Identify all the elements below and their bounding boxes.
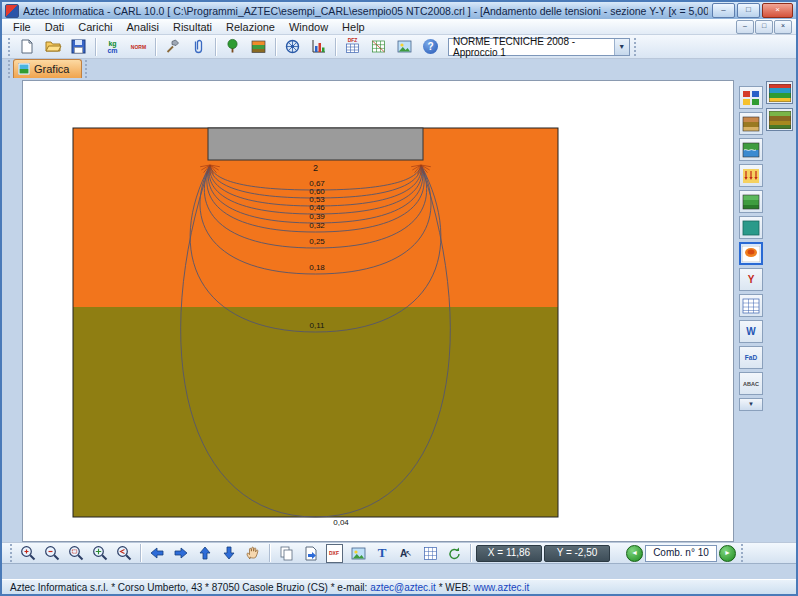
menu-relazione[interactable]: Relazione [219, 21, 282, 33]
new-button[interactable] [14, 35, 39, 58]
minimize-button[interactable]: – [712, 3, 735, 18]
save-button[interactable] [66, 35, 91, 58]
menu-help[interactable]: Help [335, 21, 372, 33]
zoom-window-button[interactable] [65, 544, 87, 563]
toolbar-separator [335, 38, 336, 56]
text-tool-button[interactable]: T [371, 544, 393, 563]
soil-layer-lower [73, 307, 558, 517]
mdi-close-button[interactable]: × [774, 20, 792, 34]
main-toolbar: kgcm NORM DFZ ? NORME TECNICHE 2008 - Ap… [2, 35, 796, 59]
project-data-button[interactable] [739, 86, 763, 109]
app-window: Aztec Informatica - CARL 10.0 [ C:\Progr… [0, 0, 798, 596]
pan-down-button[interactable] [218, 544, 240, 563]
copy-button[interactable] [275, 544, 297, 563]
tree-button[interactable] [220, 35, 245, 58]
bottombar-grip[interactable] [741, 544, 743, 562]
toolbar-grip[interactable] [634, 38, 636, 56]
attachment-button[interactable] [186, 35, 211, 58]
plot-svg[interactable]: 20,670,600,530,460,390,320,250,180,110,0… [23, 81, 733, 541]
fad-button[interactable]: FaD [739, 346, 763, 369]
right-toolbar-scroll-down[interactable]: ▼ [739, 398, 763, 411]
tabbar-grip[interactable] [8, 60, 10, 78]
stratigraphy-view-button[interactable] [739, 112, 763, 135]
dfz-grid-button[interactable]: DFZ [340, 35, 365, 58]
pan-hand-button[interactable] [242, 544, 264, 563]
statusbar: Aztec Informatica s.r.l. * Corso Umberto… [2, 579, 796, 594]
pan-left-button[interactable] [146, 544, 168, 563]
dxf-icon: DXF [326, 544, 343, 563]
bitmap-export-button[interactable] [347, 544, 369, 563]
zoom-out-icon [43, 544, 61, 562]
tensions-view-button[interactable] [739, 242, 763, 265]
mdi-controls: – □ × [736, 20, 792, 34]
zoom-previous-button[interactable] [113, 544, 135, 563]
stratigraphy-button[interactable] [246, 35, 271, 58]
menu-dati[interactable]: Dati [38, 21, 72, 33]
new-document-icon [18, 38, 35, 55]
water-table-button[interactable] [739, 138, 763, 161]
close-button[interactable]: × [762, 3, 793, 18]
zoom-in-icon [19, 544, 37, 562]
foundation-width-label: 2 [313, 163, 318, 173]
table-view-button[interactable] [739, 294, 763, 317]
soil-profile-button[interactable] [766, 108, 793, 131]
small-grid-icon [422, 545, 439, 562]
tools-button[interactable] [160, 35, 185, 58]
tab-grafica[interactable]: Grafica [13, 59, 82, 78]
word-export-button[interactable]: W [739, 320, 763, 343]
zoom-extents-button[interactable] [89, 544, 111, 563]
tabbar-grip[interactable] [85, 60, 87, 78]
menu-window[interactable]: Window [282, 21, 335, 33]
pan-up-button[interactable] [194, 544, 216, 563]
help-icon: ? [423, 39, 438, 54]
grid-toggle-button[interactable] [419, 544, 441, 563]
redraw-button[interactable] [443, 544, 465, 563]
menu-risultati[interactable]: Risultati [166, 21, 219, 33]
w-icon: W [746, 326, 755, 337]
bottombar-grip[interactable] [10, 544, 12, 562]
help-button[interactable]: ? [418, 35, 443, 58]
open-button[interactable] [40, 35, 65, 58]
pan-right-button[interactable] [170, 544, 192, 563]
layers-view-button[interactable] [739, 190, 763, 213]
toolbar-grip[interactable] [8, 38, 10, 56]
arrow-right-icon [172, 544, 190, 562]
units-button[interactable]: kgcm [100, 35, 125, 58]
mesh-button[interactable] [366, 35, 391, 58]
image-button[interactable] [392, 35, 417, 58]
profile-colors-button[interactable] [766, 81, 793, 104]
mdi-minimize-button[interactable]: – [736, 20, 754, 34]
label-tool-button[interactable]: A↖ [395, 544, 417, 563]
arrow-up-icon [196, 544, 214, 562]
refresh-icon [446, 545, 463, 562]
results-view-button[interactable] [739, 216, 763, 239]
norm-button[interactable]: NORM [126, 35, 151, 58]
mdi-restore-button[interactable]: □ [755, 20, 773, 34]
menubar: File Dati Carichi Analisi Risultati Rela… [2, 19, 796, 35]
maximize-button[interactable]: □ [737, 3, 760, 18]
zoom-out-button[interactable] [41, 544, 63, 563]
menu-carichi[interactable]: Carichi [71, 21, 119, 33]
loads-view-button[interactable] [739, 164, 763, 187]
tab-grafica-label: Grafica [34, 63, 69, 75]
drawing-canvas[interactable]: 20,670,600,530,460,390,320,250,180,110,0… [22, 80, 734, 542]
menu-analisi[interactable]: Analisi [120, 21, 166, 33]
data-blocks-icon [742, 90, 760, 106]
chart-button[interactable] [306, 35, 331, 58]
combination-next-button[interactable]: ► [719, 545, 736, 562]
export-page-icon [302, 545, 319, 562]
statusbar-web-link[interactable]: www.aztec.it [474, 582, 530, 593]
wheel-button[interactable] [280, 35, 305, 58]
combination-previous-button[interactable]: ◄ [626, 545, 643, 562]
soil-layers-icon [250, 38, 267, 55]
norm-icon: NORM [131, 44, 146, 50]
statusbar-email-link[interactable]: aztec@aztec.it [370, 582, 436, 593]
zoom-in-button[interactable] [17, 544, 39, 563]
norme-tecniche-dropdown[interactable]: NORME TECNICHE 2008 - Approccio 1 ▼ [448, 38, 630, 56]
abac-button[interactable]: ABAC [739, 372, 763, 395]
dropdown-arrow-icon[interactable]: ▼ [614, 39, 630, 55]
section-y-button[interactable]: Y [739, 268, 763, 291]
menu-file[interactable]: File [6, 21, 38, 33]
dxf-export-button[interactable]: DXF [323, 544, 345, 563]
export-button[interactable] [299, 544, 321, 563]
